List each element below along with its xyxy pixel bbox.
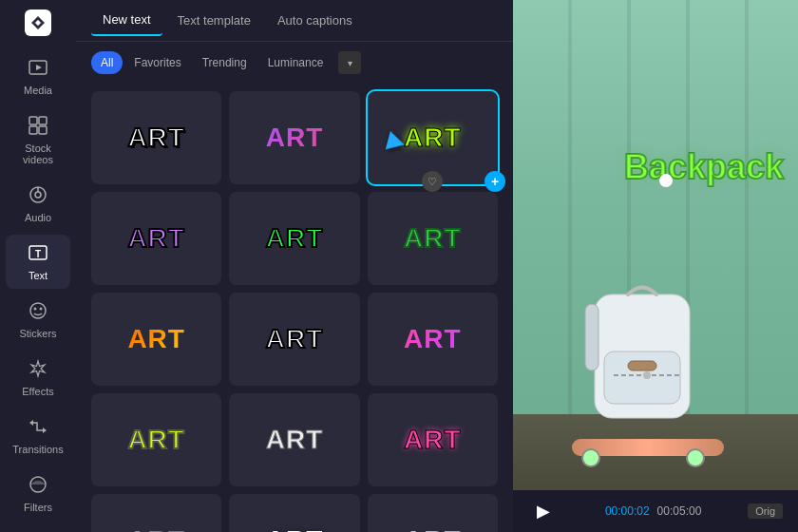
art-text-1: ART <box>127 123 185 153</box>
sidebar-item-effects[interactable]: Effects <box>6 351 70 405</box>
svg-point-8 <box>35 192 41 198</box>
filters-icon <box>28 474 48 498</box>
art-text-12: ART <box>404 425 462 455</box>
filter-bar: All Favorites Trending Luminance ▾ <box>76 42 513 84</box>
svg-point-14 <box>40 308 43 311</box>
transitions-icon <box>28 416 48 440</box>
art-text-9: ART <box>404 324 462 354</box>
sidebar-item-stickers[interactable]: Stickers <box>6 293 70 347</box>
capcut-logo <box>25 10 51 36</box>
tab-text-template[interactable]: Text template <box>166 6 262 35</box>
art-card-12[interactable]: ART <box>368 393 498 486</box>
art-card-13[interactable]: ART <box>91 494 221 532</box>
bottom-bar: ▶ 00:00:02 00:05:00 Orig <box>513 490 798 532</box>
svg-marker-2 <box>36 65 42 70</box>
art-text-5: ART <box>266 223 324 254</box>
transitions-label: Transitions <box>12 444 63 455</box>
sidebar-item-filters[interactable]: Filters <box>6 466 70 521</box>
svg-rect-22 <box>585 304 598 370</box>
play-button[interactable]: ▶ <box>528 496 559 526</box>
main-panel: New text Text template Auto captions All… <box>76 0 513 532</box>
favorite-btn-3[interactable]: ♡ <box>422 171 443 192</box>
art-card-9[interactable]: ART <box>368 293 498 386</box>
art-text-7: ART <box>127 324 185 354</box>
art-text-8: ART <box>266 324 324 354</box>
art-card-6[interactable]: ART <box>368 192 498 285</box>
preview-background: Backpack <box>513 0 798 490</box>
tab-new-text[interactable]: New text <box>91 5 162 36</box>
sidebar-item-audio[interactable]: Audio <box>6 177 70 231</box>
art-grid: ART ART ART ♡ + ART ART ART ART ART ART <box>76 84 513 532</box>
add-btn-3[interactable]: + <box>484 171 505 192</box>
audio-label: Audio <box>25 212 51 223</box>
svg-rect-4 <box>39 117 47 124</box>
chevron-down-icon: ▾ <box>348 58 352 68</box>
stock-videos-icon <box>28 115 48 139</box>
text-icon: T <box>28 242 48 266</box>
svg-marker-15 <box>43 428 47 433</box>
backpack <box>576 266 709 441</box>
art-card-5[interactable]: ART <box>229 192 359 285</box>
sidebar: Media Stock videos Audio T <box>0 0 76 532</box>
filter-trending[interactable]: Trending <box>193 51 256 74</box>
art-card-14[interactable]: ART <box>229 494 359 532</box>
tab-bar: New text Text template Auto captions <box>76 0 513 42</box>
effects-label: Effects <box>22 386 53 397</box>
svg-point-21 <box>643 371 651 379</box>
art-card-11[interactable]: ART <box>229 393 359 486</box>
preview-area: Backpack ▶ 00:00:02 00:05:00 Orig <box>513 0 798 532</box>
audio-icon <box>28 184 48 208</box>
stickers-icon <box>28 300 48 324</box>
time-info: 00:00:02 00:05:00 <box>605 504 701 518</box>
svg-point-13 <box>34 308 37 311</box>
preview-text: Backpack <box>624 147 784 187</box>
svg-point-12 <box>30 303 46 318</box>
tab-auto-captions[interactable]: Auto captions <box>266 6 364 35</box>
sidebar-item-transitions[interactable]: Transitions <box>6 408 70 463</box>
svg-text:T: T <box>35 249 41 259</box>
sidebar-item-media[interactable]: Media <box>6 49 70 104</box>
art-card-1[interactable]: ART <box>91 91 221 184</box>
art-card-10[interactable]: ART <box>91 393 221 486</box>
text-label: Text <box>28 270 48 281</box>
art-text-6: ART <box>404 223 462 254</box>
art-card-3[interactable]: ART ♡ + <box>368 91 498 184</box>
time-current: 00:00:02 <box>605 504 650 518</box>
art-text-13: ART <box>127 525 185 532</box>
filter-luminance[interactable]: Luminance <box>258 51 333 74</box>
art-text-2: ART <box>266 123 324 153</box>
svg-rect-19 <box>604 352 680 404</box>
art-card-4[interactable]: ART <box>91 192 221 285</box>
filter-favorites[interactable]: Favorites <box>124 51 190 74</box>
media-label: Media <box>24 85 52 96</box>
art-card-8[interactable]: ART <box>229 293 359 386</box>
svg-marker-16 <box>29 420 33 426</box>
art-card-2[interactable]: ART <box>229 91 359 184</box>
filter-dropdown-btn[interactable]: ▾ <box>338 51 361 74</box>
art-card-15[interactable]: ART <box>368 494 498 532</box>
art-card-7[interactable]: ART <box>91 293 221 386</box>
svg-rect-23 <box>628 361 656 370</box>
media-icon <box>28 57 48 81</box>
art-text-15: ART <box>404 525 462 532</box>
stock-videos-label: Stock videos <box>10 142 66 165</box>
art-text-10: ART <box>127 425 185 455</box>
sidebar-item-stock-videos[interactable]: Stock videos <box>6 107 70 173</box>
stickers-label: Stickers <box>19 328 56 339</box>
filter-all[interactable]: All <box>91 51 123 74</box>
sidebar-item-text[interactable]: T Text <box>6 235 70 289</box>
filters-label: Filters <box>24 502 52 513</box>
text-anchor-dot <box>659 174 673 187</box>
svg-rect-5 <box>29 126 37 134</box>
art-text-14: ART <box>266 525 324 532</box>
skateboard-wheels <box>581 448 705 467</box>
origin-badge: Orig <box>748 504 783 519</box>
art-text-3: ART <box>404 123 462 153</box>
art-text-11: ART <box>266 425 324 455</box>
time-total: 00:05:00 <box>657 504 702 518</box>
art-text-4: ART <box>127 223 185 254</box>
effects-icon <box>28 358 48 382</box>
svg-rect-3 <box>29 117 37 124</box>
svg-rect-6 <box>39 126 47 134</box>
